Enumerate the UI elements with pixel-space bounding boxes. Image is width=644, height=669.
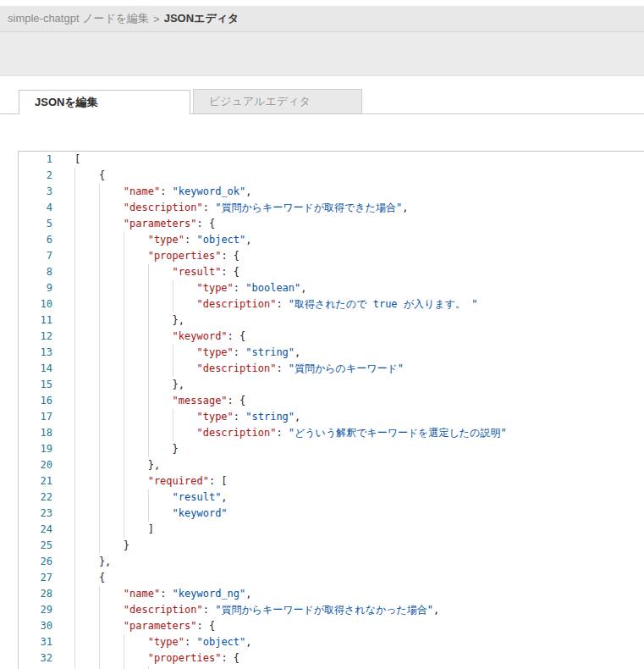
code-line[interactable]: 24] bbox=[19, 522, 644, 538]
code-line[interactable]: 12"keyword": { bbox=[19, 329, 644, 345]
line-number: 26 bbox=[19, 554, 74, 570]
line-number: 20 bbox=[19, 457, 74, 473]
indent-guides bbox=[74, 232, 148, 248]
line-number: 15 bbox=[19, 377, 74, 393]
indent-guides bbox=[74, 184, 124, 200]
code-line[interactable]: 18"description": "どういう解釈でキーワードを選定したの説明" bbox=[19, 425, 644, 441]
code-text: ] bbox=[74, 522, 644, 538]
indent-guides bbox=[74, 409, 196, 425]
code-text: "result": { bbox=[74, 264, 644, 280]
code-line[interactable]: 17"type": "string", bbox=[19, 409, 644, 425]
code-text: [ bbox=[74, 152, 644, 168]
line-number: 24 bbox=[19, 522, 74, 538]
indent-guides bbox=[74, 538, 124, 554]
code-text: "required": [ bbox=[74, 473, 644, 489]
code-text: "keyword" bbox=[74, 506, 644, 522]
indent-guides bbox=[74, 296, 196, 312]
line-number: 16 bbox=[19, 393, 74, 409]
code-text: "description": "質問からキーワードが取得できた場合", bbox=[74, 200, 644, 216]
header-panel bbox=[0, 32, 644, 76]
code-text: "type": "string", bbox=[74, 345, 644, 361]
code-text: }, bbox=[74, 377, 644, 393]
code-line[interactable]: 29"description": "質問からキーワードが取得されなかった場合", bbox=[19, 602, 644, 618]
code-line[interactable]: 14"description": "質問からのキーワード" bbox=[19, 361, 644, 377]
code-line[interactable]: 30"parameters": { bbox=[19, 618, 644, 634]
line-number: 25 bbox=[19, 538, 74, 554]
code-line[interactable]: 16"message": { bbox=[19, 393, 644, 409]
code-line[interactable]: 28"name": "keyword_ng", bbox=[19, 586, 644, 602]
line-number: 2 bbox=[19, 168, 74, 184]
line-number: 11 bbox=[19, 312, 74, 329]
code-text: "type": "string", bbox=[74, 409, 644, 425]
code-line[interactable]: 8"result": { bbox=[19, 264, 644, 280]
line-number: 6 bbox=[19, 232, 74, 248]
code-text: }, bbox=[74, 457, 644, 473]
code-text: "description": "質問からキーワードが取得されなかった場合", bbox=[74, 602, 644, 618]
code-text: "description": "質問からのキーワード" bbox=[74, 361, 644, 377]
code-line[interactable]: 21"required": [ bbox=[19, 473, 644, 489]
code-line[interactable]: 4"description": "質問からキーワードが取得できた場合", bbox=[19, 200, 644, 216]
code-line[interactable]: 19} bbox=[19, 441, 644, 457]
code-lines: 1[2{3"name": "keyword_ok",4"description"… bbox=[19, 152, 644, 669]
code-line[interactable]: 5"parameters": { bbox=[19, 216, 644, 232]
breadcrumb-separator: > bbox=[153, 13, 160, 25]
indent-guides bbox=[74, 264, 173, 280]
json-editor[interactable]: 1[2{3"name": "keyword_ok",4"description"… bbox=[18, 151, 644, 669]
code-line[interactable]: 13"type": "string", bbox=[19, 345, 644, 361]
code-line[interactable]: 3"name": "keyword_ok", bbox=[19, 184, 644, 200]
code-text: }, bbox=[74, 554, 644, 570]
line-number: 18 bbox=[19, 425, 74, 441]
page-top-margin bbox=[0, 0, 644, 6]
indent-guides bbox=[74, 634, 148, 650]
code-text: "type": "object", bbox=[74, 232, 644, 248]
code-line[interactable]: 7"properties": { bbox=[19, 248, 644, 264]
code-line[interactable]: 27{ bbox=[19, 570, 644, 586]
code-line[interactable]: 23"keyword" bbox=[19, 506, 644, 522]
line-number: 23 bbox=[19, 506, 74, 522]
code-text: "description": "どういう解釈でキーワードを選定したの説明" bbox=[74, 425, 644, 441]
code-line[interactable]: 22"result", bbox=[19, 489, 644, 506]
line-number: 10 bbox=[19, 296, 74, 312]
code-line[interactable]: 15}, bbox=[19, 377, 644, 393]
indent-guides bbox=[74, 602, 124, 618]
indent-guides bbox=[74, 216, 124, 232]
code-line[interactable]: 6"type": "object", bbox=[19, 232, 644, 248]
tab-json-edit[interactable]: JSONを編集 bbox=[19, 90, 190, 114]
code-text: "name": "keyword_ok", bbox=[74, 184, 644, 200]
indent-guides bbox=[74, 650, 148, 666]
tab-visual-editor[interactable]: ビジュアルエディタ bbox=[193, 89, 362, 113]
code-text: }, bbox=[74, 312, 644, 329]
code-text: "description": "取得されたので true が入ります。 " bbox=[74, 296, 644, 312]
code-line[interactable]: 32"properties": { bbox=[19, 650, 644, 666]
indent-guides bbox=[74, 361, 196, 377]
code-line[interactable]: 26}, bbox=[19, 554, 644, 570]
indent-guides bbox=[74, 248, 148, 264]
line-number: 1 bbox=[19, 152, 74, 168]
code-text: "type": "object", bbox=[74, 634, 644, 650]
indent-guides bbox=[74, 345, 196, 361]
code-text: "name": "keyword_ng", bbox=[74, 586, 644, 602]
line-number: 12 bbox=[19, 329, 74, 345]
code-line[interactable]: 2{ bbox=[19, 168, 644, 184]
code-text: "properties": { bbox=[74, 650, 644, 666]
line-number: 31 bbox=[19, 634, 74, 650]
main-content: JSONを編集 ビジュアルエディタ 1[2{3"name": "keyword_… bbox=[0, 76, 644, 669]
code-line[interactable]: 31"type": "object", bbox=[19, 634, 644, 650]
code-line[interactable]: 10"description": "取得されたので true が入ります。 " bbox=[19, 296, 644, 312]
code-line[interactable]: 1[ bbox=[19, 152, 644, 168]
code-text: "result", bbox=[74, 489, 644, 506]
indent-guides bbox=[74, 570, 99, 586]
line-number: 22 bbox=[19, 489, 74, 506]
indent-guides bbox=[74, 506, 173, 522]
code-line[interactable]: 20}, bbox=[19, 457, 644, 473]
indent-guides bbox=[74, 473, 148, 489]
indent-guides bbox=[74, 280, 196, 296]
line-number: 29 bbox=[19, 602, 74, 618]
code-line[interactable]: 11}, bbox=[19, 312, 644, 329]
line-number: 17 bbox=[19, 409, 74, 425]
code-line[interactable]: 9"type": "boolean", bbox=[19, 280, 644, 296]
line-number: 19 bbox=[19, 441, 74, 457]
breadcrumb-node-link[interactable]: simple-chatgpt ノードを編集 bbox=[8, 11, 149, 26]
code-line[interactable]: 25} bbox=[19, 538, 644, 554]
line-number: 13 bbox=[19, 345, 74, 361]
